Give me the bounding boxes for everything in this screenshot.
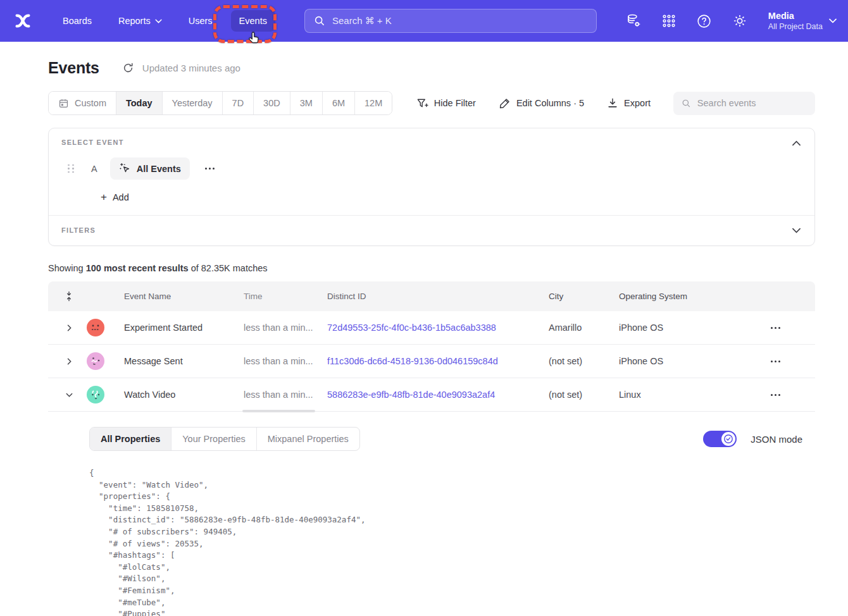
collapse-all-button[interactable]: [48, 291, 76, 302]
distinct-id-link[interactable]: 72d49553-25fc-4f0c-b436-1b5ac6ab3388: [327, 323, 496, 333]
date-range-30d[interactable]: 30D: [253, 92, 290, 114]
os-cell: iPhone OS: [619, 323, 762, 333]
chevron-down-icon: [829, 18, 837, 23]
help-icon[interactable]: [696, 13, 713, 29]
drag-handle-icon[interactable]: [68, 164, 75, 173]
column-header-distinct-id: Distinct ID: [327, 292, 549, 301]
event-avatar: [87, 386, 104, 403]
events-toolbar: Custom Today Yesterday 7D 30D 3M 6M 12M …: [48, 91, 815, 115]
page-header: Events Updated 3 minutes ago: [48, 59, 815, 77]
date-range-yesterday[interactable]: Yesterday: [162, 92, 222, 114]
edit-columns-button[interactable]: Edit Columns · 5: [499, 97, 584, 109]
global-search-placeholder: Search ⌘ + K: [332, 15, 392, 27]
distinct-id-link[interactable]: 5886283e-e9fb-48fb-81de-40e9093a2af4: [327, 390, 495, 400]
row-menu-button[interactable]: [766, 322, 785, 334]
search-events-input[interactable]: [697, 98, 807, 108]
search-events-field[interactable]: [673, 92, 815, 115]
hand-cursor-icon: [247, 31, 262, 46]
project-subtitle: All Project Data: [768, 22, 823, 32]
tab-your-properties[interactable]: Your Properties: [171, 428, 256, 450]
date-range-6m[interactable]: 6M: [322, 92, 354, 114]
export-label: Export: [624, 98, 651, 108]
date-range-today[interactable]: Today: [116, 92, 162, 114]
horizontal-scrollbar-thumb[interactable]: [242, 410, 315, 412]
sparkle-cursor-icon: [119, 163, 131, 175]
nav-right-icons: Media All Project Data: [625, 10, 837, 32]
collapse-section-button[interactable]: [792, 137, 801, 149]
filter-funnel-icon: [416, 97, 428, 109]
hide-filter-label: Hide Filter: [434, 98, 476, 108]
events-table: Event Name Time Distinct ID City Operati…: [48, 281, 815, 616]
calendar-icon: [58, 98, 69, 109]
table-row[interactable]: Experiment Started less than a min... 72…: [48, 311, 815, 345]
event-row-menu-button[interactable]: [201, 164, 218, 173]
mixpanel-logo[interactable]: [13, 11, 33, 31]
column-header-operating-system: Operating System: [619, 292, 762, 301]
city-cell: (not set): [549, 390, 619, 400]
nav-item-events[interactable]: Events: [231, 10, 275, 32]
face-icon: [87, 352, 104, 370]
date-range-7d[interactable]: 7D: [222, 92, 254, 114]
check-circle-icon: [723, 434, 733, 444]
distinct-id-link[interactable]: f11c30d6-dc6d-4518-9136-0d046159c84d: [327, 356, 498, 366]
events-page: Events Updated 3 minutes ago Custom Toda…: [48, 59, 815, 616]
page-title: Events: [48, 59, 99, 77]
nav-item-boards[interactable]: Boards: [54, 10, 100, 32]
project-selector[interactable]: Media All Project Data: [768, 10, 837, 32]
event-avatar: [87, 319, 104, 336]
hide-filter-button[interactable]: Hide Filter: [416, 97, 476, 109]
city-cell: Amarillo: [549, 323, 619, 333]
chevron-down-icon: [155, 19, 162, 23]
nav-item-users[interactable]: Users: [180, 10, 221, 32]
collapse-row-button[interactable]: [48, 391, 76, 399]
table-row-expanded[interactable]: Watch Video less than a min... 5886283e-…: [48, 378, 815, 412]
project-name: Media: [768, 10, 823, 22]
apps-grid-icon[interactable]: [661, 13, 677, 29]
os-cell: iPhone OS: [619, 356, 762, 366]
table-header-row: Event Name Time Distinct ID City Operati…: [48, 281, 815, 311]
refresh-icon: [122, 62, 134, 74]
collapse-rows-icon: [65, 291, 73, 302]
select-event-label: SELECT EVENT: [61, 139, 802, 146]
mixpanel-logo-icon: [13, 11, 32, 30]
expand-row-button[interactable]: [48, 357, 76, 366]
step-letter: A: [91, 164, 97, 174]
plus-icon: +: [101, 193, 107, 202]
add-event-button[interactable]: + Add: [101, 192, 802, 202]
summary-prefix: Showing: [48, 263, 86, 273]
toolbar-actions: Hide Filter Edit Columns · 5 Export: [416, 92, 815, 115]
data-management-icon[interactable]: [625, 13, 642, 29]
refresh-button[interactable]: [122, 62, 134, 74]
tab-all-properties[interactable]: All Properties: [90, 428, 171, 450]
time-cell: less than a min...: [244, 390, 327, 400]
chevron-down-icon: [792, 228, 801, 233]
chevron-right-icon: [65, 357, 73, 366]
export-button[interactable]: Export: [607, 97, 651, 109]
tab-mixpanel-properties[interactable]: Mixpanel Properties: [256, 428, 359, 450]
event-name-cell: Message Sent: [124, 356, 244, 366]
date-range-12m[interactable]: 12M: [354, 92, 392, 114]
nav-item-boards-label: Boards: [63, 16, 92, 26]
expand-filters-button[interactable]: [792, 225, 801, 236]
pencil-icon: [499, 97, 511, 109]
expand-row-button[interactable]: [48, 324, 76, 332]
last-updated-text: Updated 3 minutes ago: [142, 63, 240, 73]
settings-gear-icon[interactable]: [732, 13, 748, 29]
nav-item-reports[interactable]: Reports: [110, 10, 170, 32]
date-range-3m[interactable]: 3M: [290, 92, 322, 114]
row-menu-button[interactable]: [766, 355, 785, 367]
json-mode-toggle[interactable]: [703, 431, 737, 447]
global-search-input[interactable]: Search ⌘ + K: [304, 9, 597, 33]
select-event-section: SELECT EVENT A All Events: [49, 128, 814, 215]
chevron-right-icon: [65, 324, 73, 332]
filters-label: FILTERS: [61, 226, 802, 234]
chevron-up-icon: [792, 140, 801, 146]
face-icon: [87, 319, 104, 336]
time-cell: less than a min...: [244, 356, 327, 366]
date-range-custom[interactable]: Custom: [49, 92, 116, 114]
table-row[interactable]: Message Sent less than a min... f11c30d6…: [48, 345, 815, 378]
row-menu-button[interactable]: [766, 389, 785, 401]
event-name-cell: Experiment Started: [124, 323, 244, 333]
event-detail-panel: All Properties Your Properties Mixpanel …: [48, 412, 815, 616]
event-selector-pill[interactable]: All Events: [110, 157, 190, 180]
